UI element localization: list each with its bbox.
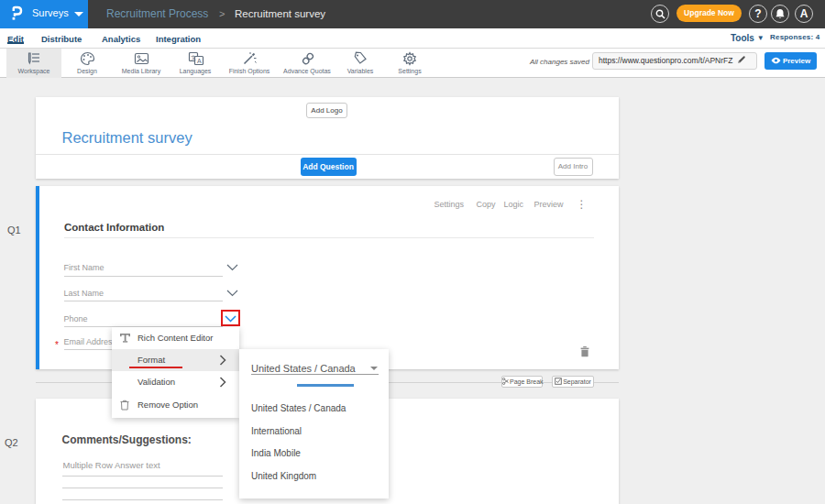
svg-text:A: A [197,58,202,64]
svg-text:文: 文 [191,54,196,60]
